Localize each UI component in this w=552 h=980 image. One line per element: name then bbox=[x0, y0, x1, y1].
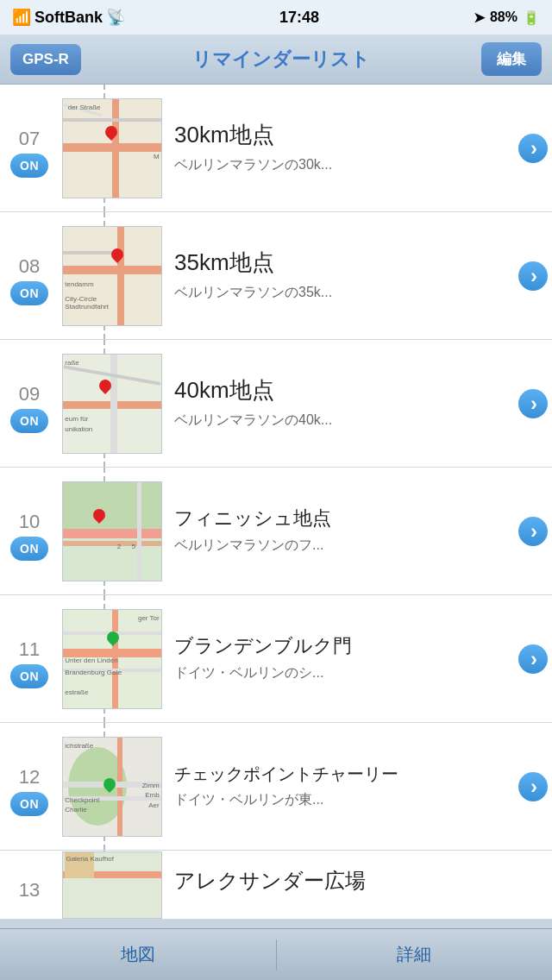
on-badge[interactable]: ON bbox=[10, 154, 48, 178]
edit-button[interactable]: 編集 bbox=[481, 42, 542, 76]
on-badge[interactable]: ON bbox=[10, 664, 48, 688]
item-content: 40km地点 ベルリンマラソンの40k... bbox=[166, 363, 514, 443]
map-thumbnail[interactable]: ichstraße Checkpoint Charlie Zimm Emb Ae… bbox=[62, 737, 162, 837]
list-item: 10 ON 2 5 フィニッシュ地点 ベルリンマラソンのフ... bbox=[0, 468, 552, 595]
nav-bar: GPS-R リマインダーリスト 編集 bbox=[0, 35, 552, 85]
map-thumbnail[interactable]: ger Tor Unter den Linden Brandenburg Gat… bbox=[62, 609, 162, 709]
chevron-col bbox=[514, 261, 552, 291]
list-item: 13 Galeria Kaufhof アレクサンダー広場 bbox=[0, 851, 552, 920]
status-left: 📶 SoftBank 📡 bbox=[12, 8, 125, 27]
item-subtitle: ベルリンマラソンのフ... bbox=[174, 537, 507, 555]
wifi-icon: 📡 bbox=[106, 8, 125, 27]
map-thumbnail[interactable]: tendamm City-Circle Stadtrundfahrt bbox=[62, 226, 162, 326]
gps-r-button[interactable]: GPS-R bbox=[10, 44, 81, 75]
item-number: 07 bbox=[19, 129, 40, 148]
list-item: 07 ON der Straße M 30km地点 ベルリンマラソンの30k..… bbox=[0, 85, 552, 212]
detail-chevron-button[interactable] bbox=[518, 644, 548, 674]
detail-tab-button[interactable]: 詳細 bbox=[277, 929, 553, 980]
item-content: 35km地点 ベルリンマラソンの35k... bbox=[166, 236, 514, 315]
item-number-col: 13 bbox=[0, 870, 59, 900]
item-content: フィニッシュ地点 ベルリンマラソンのフ... bbox=[166, 493, 514, 569]
item-title: 40km地点 bbox=[174, 377, 507, 404]
item-subtitle: ベルリンマラソンの30k... bbox=[174, 156, 507, 174]
item-number: 08 bbox=[19, 257, 40, 276]
item-number-col: 09 ON bbox=[0, 374, 59, 433]
item-number-col: 07 ON bbox=[0, 119, 59, 178]
item-content: チェックポイントチャーリー ドイツ・ベルリンが東... bbox=[166, 750, 514, 823]
item-content: ブランデンブルク門 ドイツ・ベルリンのシ... bbox=[166, 621, 514, 696]
detail-chevron-button[interactable] bbox=[518, 517, 548, 546]
chevron-col bbox=[514, 134, 552, 163]
status-right: ➤ 88% 🔋 bbox=[474, 9, 540, 26]
status-bar: 📶 SoftBank 📡 17:48 ➤ 88% 🔋 bbox=[0, 0, 552, 35]
item-number-col: 12 ON bbox=[0, 757, 59, 816]
chevron-col bbox=[514, 772, 552, 801]
nav-title: リマインダーリスト bbox=[192, 47, 370, 72]
item-content: アレクサンダー広場 bbox=[166, 855, 552, 914]
reminder-list: 07 ON der Straße M 30km地点 ベルリンマラソンの30k..… bbox=[0, 85, 552, 920]
item-title: 35km地点 bbox=[174, 249, 507, 276]
detail-chevron-button[interactable] bbox=[518, 134, 548, 163]
list-item: 09 ON raße eum für unikation 40km地点 ベルリン… bbox=[0, 340, 552, 468]
item-number-col: 08 ON bbox=[0, 247, 59, 305]
item-title: フィニッシュ地点 bbox=[174, 507, 507, 530]
carrier-label: SoftBank bbox=[34, 9, 103, 27]
item-title: 30km地点 bbox=[174, 122, 507, 148]
battery-label: 88% bbox=[490, 9, 518, 25]
item-number-col: 11 ON bbox=[0, 630, 59, 688]
bottom-toolbar: 地図 詳細 bbox=[0, 928, 552, 980]
item-content: 30km地点 ベルリンマラソンの30k... bbox=[166, 108, 514, 187]
item-number: 12 bbox=[19, 768, 40, 787]
list-item: 12 ON ichstraße Checkpoint Charlie Zimm … bbox=[0, 723, 552, 851]
item-number: 11 bbox=[19, 640, 40, 659]
on-badge[interactable]: ON bbox=[10, 281, 48, 305]
detail-chevron-button[interactable] bbox=[518, 772, 548, 801]
map-thumbnail[interactable]: raße eum für unikation bbox=[62, 354, 162, 454]
list-item: 08 ON tendamm City-Circle Stadtrundfahrt… bbox=[0, 212, 552, 340]
location-icon: ➤ bbox=[474, 9, 485, 26]
item-subtitle: ドイツ・ベルリンのシ... bbox=[174, 664, 507, 682]
item-number-col: 10 ON bbox=[0, 502, 59, 561]
item-subtitle: ベルリンマラソンの40k... bbox=[174, 411, 507, 430]
list-item: 11 ON ger Tor Unter den Linden Brandenbu… bbox=[0, 595, 552, 723]
detail-chevron-button[interactable] bbox=[518, 389, 548, 418]
on-badge[interactable]: ON bbox=[10, 792, 48, 816]
battery-icon: 🔋 bbox=[523, 9, 540, 26]
chevron-col bbox=[514, 517, 552, 546]
map-tab-button[interactable]: 地図 bbox=[0, 929, 276, 980]
chevron-col bbox=[514, 644, 552, 674]
item-number: 10 bbox=[19, 512, 40, 531]
item-title: ブランデンブルク門 bbox=[174, 635, 507, 657]
item-subtitle: ベルリンマラソンの35k... bbox=[174, 284, 507, 302]
item-title: チェックポイントチャーリー bbox=[174, 763, 507, 784]
map-thumbnail[interactable]: der Straße M bbox=[62, 98, 162, 198]
map-thumbnail[interactable]: Galeria Kaufhof bbox=[62, 851, 162, 919]
on-badge[interactable]: ON bbox=[10, 409, 48, 433]
detail-chevron-button[interactable] bbox=[518, 261, 548, 291]
on-badge[interactable]: ON bbox=[10, 537, 48, 561]
item-number: 09 bbox=[19, 385, 40, 404]
item-title: アレクサンダー広場 bbox=[174, 869, 545, 894]
status-time: 17:48 bbox=[279, 9, 319, 27]
item-number: 13 bbox=[19, 881, 40, 900]
map-thumbnail[interactable]: 2 5 bbox=[62, 481, 162, 581]
chevron-col bbox=[514, 389, 552, 418]
item-subtitle: ドイツ・ベルリンが東... bbox=[174, 791, 507, 809]
signal-icon: 📶 bbox=[12, 8, 31, 27]
